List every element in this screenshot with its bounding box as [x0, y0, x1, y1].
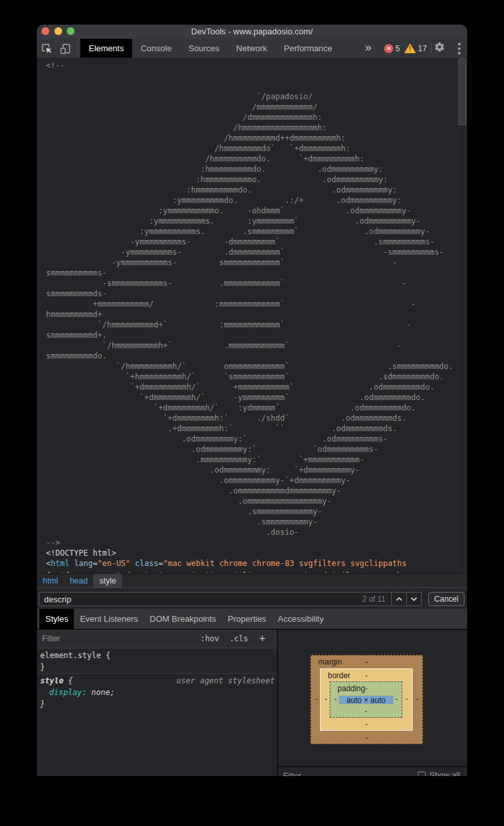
margin-right-value[interactable]: -	[416, 694, 418, 703]
search-bar: descrip 2 of 11 Cancel	[37, 587, 467, 609]
search-input[interactable]: descrip 2 of 11	[39, 592, 422, 606]
device-toolbar-icon[interactable]	[56, 39, 74, 58]
css-rule[interactable]: style {user agent stylesheetdisplay: non…	[37, 673, 277, 710]
elements-scrollbar-thumb[interactable]	[459, 58, 466, 125]
computed-filter-input[interactable]: Filter	[283, 772, 301, 776]
search-match-count: 2 of 11	[362, 595, 391, 604]
panel-tabs: ElementsConsoleSourcesNetworkPerformance	[80, 39, 341, 58]
toggle-class-button[interactable]: .cls	[229, 634, 248, 643]
zoom-button[interactable]	[67, 27, 74, 35]
css-rules-list: element.style {}style {user agent styles…	[37, 648, 277, 710]
computed-filter-bar: Filter Show all	[278, 766, 467, 776]
sidebar-tab-event-listeners[interactable]: Event Listeners	[74, 609, 144, 629]
box-model-border[interactable]: border - - - - padding - - - - auto × au…	[320, 668, 413, 731]
css-rule[interactable]: element.style {}	[37, 648, 277, 673]
minimize-button[interactable]	[54, 27, 62, 35]
new-style-rule-button[interactable]: +	[259, 632, 266, 645]
padding-left-value[interactable]: -	[334, 694, 337, 703]
breadcrumb-html[interactable]: html	[37, 574, 64, 587]
devtools-window: DevTools - www.papadosio.com/ ElementsCo…	[37, 25, 467, 776]
tab-network[interactable]: Network	[228, 39, 276, 58]
css-declaration: display: none;	[37, 687, 277, 698]
styles-filter-input[interactable]: Filter	[37, 634, 200, 643]
tab-elements[interactable]: Elements	[80, 39, 132, 58]
toggle-hover-button[interactable]: :hov	[200, 634, 219, 643]
search-next-button[interactable]	[406, 592, 421, 606]
sidebar-tabs: StylesEvent ListenersDOM BreakpointsProp…	[37, 609, 467, 630]
warning-icon	[404, 43, 416, 53]
window-title: DevTools - www.papadosio.com/	[37, 25, 467, 39]
padding-bottom-value[interactable]: -	[330, 707, 402, 716]
content-size-value: auto × auto	[347, 696, 385, 705]
search-previous-button[interactable]	[391, 592, 406, 606]
sidebar-tab-properties[interactable]: Properties	[222, 609, 272, 629]
dom-breadcrumbs: htmlheadstyle	[37, 573, 467, 587]
dom-source-code: <!-- `/papadosio/ /mmmmmmmmmmmm/ /dmmmmm…	[46, 60, 453, 573]
border-right-value[interactable]: -	[406, 694, 408, 703]
devtools-toolbar: ElementsConsoleSourcesNetworkPerformance…	[37, 39, 467, 58]
tab-performance[interactable]: Performance	[275, 39, 340, 58]
box-model-padding[interactable]: padding - - - - auto × auto	[330, 681, 402, 718]
box-model-content[interactable]: auto × auto	[339, 696, 393, 704]
computed-pane: margin - - - - border - - - - padding - …	[278, 630, 467, 776]
styles-filter-row: Filter :hov .cls +	[37, 630, 277, 648]
elements-tree-panel[interactable]: <!-- `/papadosio/ /mmmmmmmmmmmm/ /dmmmmm…	[37, 58, 467, 573]
close-button[interactable]	[41, 27, 49, 35]
menu-dots-icon[interactable]	[458, 43, 461, 54]
show-all-checkbox[interactable]	[418, 772, 426, 776]
sidebar-tab-dom-breakpoints[interactable]: DOM Breakpoints	[144, 609, 222, 629]
margin-bottom-value[interactable]: -	[311, 733, 422, 742]
error-icon: ✕	[384, 44, 393, 53]
show-all-toggle[interactable]: Show all	[418, 771, 460, 776]
tab-console[interactable]: Console	[132, 39, 180, 58]
margin-top-value[interactable]: -	[311, 657, 422, 667]
rule-origin: user agent stylesheet	[176, 675, 275, 687]
error-badge[interactable]: ✕ 5	[384, 44, 400, 53]
search-query: descrip	[40, 595, 362, 604]
settings-gear-icon[interactable]	[434, 41, 445, 55]
breadcrumb-style[interactable]: style	[93, 574, 122, 587]
inspect-icon[interactable]	[37, 39, 56, 58]
margin-left-value[interactable]: -	[315, 694, 317, 703]
toolbar-separator-right	[431, 43, 431, 54]
traffic-lights	[41, 27, 74, 35]
box-model-margin[interactable]: margin - - - - border - - - - padding - …	[310, 655, 423, 744]
warning-badge[interactable]: 17	[404, 43, 427, 53]
padding-right-value[interactable]: -	[395, 694, 398, 703]
sidebar-tab-accessibility[interactable]: Accessibility	[272, 609, 330, 629]
border-top-value[interactable]: -	[321, 671, 412, 680]
styles-pane: Filter :hov .cls + element.style {}style…	[37, 630, 277, 776]
tab-sources[interactable]: Sources	[180, 39, 228, 58]
sidebar-tab-styles[interactable]: Styles	[40, 609, 74, 629]
border-bottom-value[interactable]: -	[321, 720, 412, 729]
title-bar[interactable]: DevTools - www.papadosio.com/	[37, 25, 467, 39]
padding-top-value[interactable]: -	[330, 684, 402, 693]
more-tabs-icon[interactable]: »	[365, 41, 371, 54]
toolbar-separator	[77, 43, 78, 54]
border-left-value[interactable]: -	[325, 694, 327, 703]
breadcrumb-head[interactable]: head	[64, 574, 94, 587]
cancel-button[interactable]: Cancel	[428, 592, 464, 606]
